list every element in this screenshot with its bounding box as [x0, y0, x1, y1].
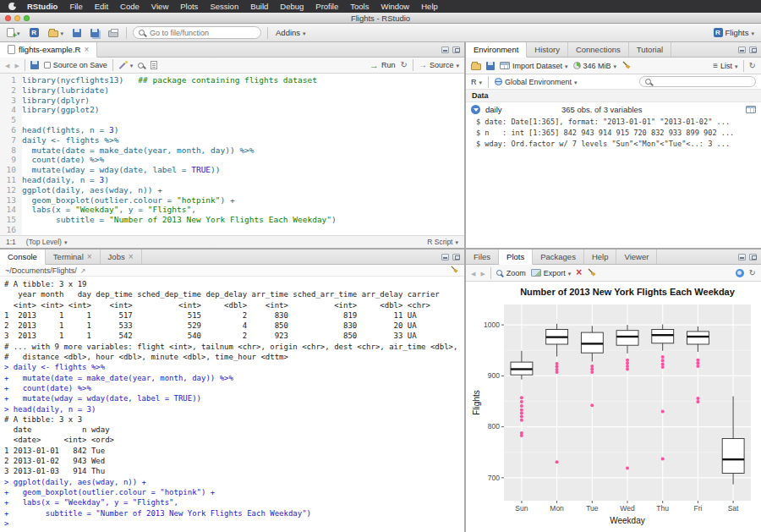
tab-console[interactable]: Console: [0, 250, 46, 265]
memory-usage-button[interactable]: 346 MiB: [573, 62, 617, 70]
goto-file-box[interactable]: [133, 26, 261, 39]
menu-build[interactable]: Build: [244, 2, 274, 11]
close-icon[interactable]: [87, 252, 92, 261]
save-workspace-icon[interactable]: [486, 62, 495, 70]
source-button[interactable]: Source: [419, 61, 459, 69]
load-workspace-icon[interactable]: [471, 63, 481, 70]
filetype-selector[interactable]: R Script: [427, 238, 458, 246]
maximize-pane-icon[interactable]: [452, 47, 460, 53]
clear-all-plots-button[interactable]: [587, 267, 597, 279]
maximize-pane-icon[interactable]: [452, 254, 460, 261]
language-selector[interactable]: R: [471, 78, 482, 86]
remove-plot-button[interactable]: [576, 268, 582, 277]
code-tools-button[interactable]: [118, 61, 134, 70]
code-line[interactable]: 7daily <- flights %>%: [0, 135, 464, 145]
menu-debug[interactable]: Debug: [274, 2, 309, 11]
editor-code[interactable]: 1library(nycflights13) ## package contai…: [0, 74, 464, 235]
code-line[interactable]: 14 labs(x = "Weekday", y = "Flights",: [0, 205, 464, 215]
print-button[interactable]: [107, 27, 120, 38]
tab-environment[interactable]: Environment: [466, 42, 527, 58]
menu-plots[interactable]: Plots: [174, 2, 204, 11]
menu-profile[interactable]: Profile: [309, 2, 344, 11]
menu-tools[interactable]: Tools: [344, 2, 375, 11]
run-button[interactable]: Run: [370, 61, 396, 70]
menu-view[interactable]: View: [145, 2, 174, 11]
tab-history[interactable]: History: [527, 42, 568, 57]
minimize-pane-icon[interactable]: [738, 47, 746, 53]
code-line[interactable]: 4library(ggplot2): [0, 105, 464, 115]
menu-code[interactable]: Code: [114, 2, 145, 11]
code-line[interactable]: 13 geom_boxplot(outlier.colour = "hotpin…: [0, 195, 464, 206]
previous-plot-icon[interactable]: [471, 269, 475, 277]
tab-flights-example-r[interactable]: flights-example.R: [0, 42, 97, 58]
menu-file[interactable]: File: [63, 2, 88, 11]
rerun-icon[interactable]: [401, 61, 408, 69]
save-button[interactable]: [71, 28, 83, 38]
clear-console-button[interactable]: [450, 265, 459, 276]
new-file-button[interactable]: [5, 27, 22, 38]
close-icon[interactable]: [129, 252, 134, 261]
environment-selector[interactable]: Global Environment: [495, 78, 578, 86]
source-on-save-checkbox[interactable]: [44, 62, 51, 69]
env-search-box[interactable]: [639, 76, 756, 87]
tab-plots[interactable]: Plots: [499, 250, 533, 265]
open-file-button[interactable]: [47, 27, 66, 38]
code-line[interactable]: 6head(flights, n = 3): [0, 125, 464, 135]
clear-workspace-button[interactable]: [621, 60, 632, 72]
refresh-icon[interactable]: [749, 62, 756, 70]
minimize-pane-icon[interactable]: [441, 47, 449, 53]
code-line[interactable]: 1library(nycflights13) ## package contai…: [0, 75, 464, 85]
menu-help[interactable]: Help: [415, 2, 444, 11]
menu-window[interactable]: Window: [375, 2, 415, 11]
menu-session[interactable]: Session: [204, 2, 244, 11]
menu-edit[interactable]: Edit: [89, 2, 114, 11]
refresh-plot-icon[interactable]: [749, 269, 756, 277]
back-icon[interactable]: [5, 61, 9, 69]
minimize-pane-icon[interactable]: [441, 254, 449, 261]
code-line[interactable]: 11head(daily, n = 3): [0, 175, 464, 185]
close-window-button[interactable]: [5, 15, 11, 21]
code-line[interactable]: 5: [0, 115, 464, 125]
scope-selector[interactable]: (Top Level): [26, 238, 68, 246]
find-icon[interactable]: [138, 63, 144, 69]
code-line[interactable]: 12ggplot(daily, aes(wday, n)) +: [0, 185, 464, 195]
save-all-button[interactable]: [89, 28, 101, 38]
addins-button[interactable]: Addins: [274, 27, 308, 38]
tab-jobs[interactable]: Jobs: [101, 250, 142, 264]
zoom-window-button[interactable]: [24, 15, 30, 21]
compile-report-icon[interactable]: [151, 61, 157, 69]
code-line[interactable]: 10 mutate(wday = wday(date, label = TRUE…: [0, 165, 464, 175]
export-button[interactable]: Export: [531, 269, 572, 277]
list-view-button[interactable]: List: [713, 61, 737, 70]
tab-viewer[interactable]: Viewer: [616, 250, 657, 264]
console-body[interactable]: # A tibble: 3 x 19 year month day dep_ti…: [0, 277, 464, 532]
maximize-pane-icon[interactable]: [749, 47, 757, 53]
goto-file-input[interactable]: [150, 29, 249, 37]
maximize-pane-icon[interactable]: [749, 254, 757, 261]
view-data-icon[interactable]: [746, 106, 756, 113]
save-icon[interactable]: [30, 61, 39, 69]
new-project-button[interactable]: [28, 27, 41, 38]
forward-icon[interactable]: [14, 61, 19, 69]
collapse-icon[interactable]: [471, 105, 480, 114]
open-directory-icon[interactable]: [80, 266, 86, 275]
next-plot-icon[interactable]: [480, 269, 485, 277]
import-dataset-button[interactable]: Import Dataset: [500, 62, 568, 70]
code-line[interactable]: 2library(lubridate): [0, 85, 464, 96]
tab-tutorial[interactable]: Tutorial: [629, 42, 671, 57]
code-line[interactable]: 16: [0, 225, 464, 235]
tab-connections[interactable]: Connections: [568, 42, 629, 57]
zoom-button[interactable]: Zoom: [496, 269, 526, 277]
close-icon[interactable]: [84, 45, 89, 54]
env-object-daily[interactable]: daily 365 obs. of 3 variables: [466, 102, 761, 117]
minimize-window-button[interactable]: [14, 15, 20, 21]
code-line[interactable]: 15 subtitle = "Number of 2013 New York F…: [0, 215, 464, 225]
publish-icon[interactable]: [736, 269, 744, 277]
tab-terminal[interactable]: Terminal: [46, 250, 101, 264]
code-line[interactable]: 8 mutate(date = make_date(year, month, d…: [0, 145, 464, 156]
tab-packages[interactable]: Packages: [533, 250, 584, 264]
minimize-pane-icon[interactable]: [738, 254, 746, 261]
project-menu-button[interactable]: Flights: [712, 27, 757, 38]
source-on-save-toggle[interactable]: Source on Save: [44, 61, 107, 69]
code-line[interactable]: 9 count(date) %>%: [0, 155, 464, 165]
